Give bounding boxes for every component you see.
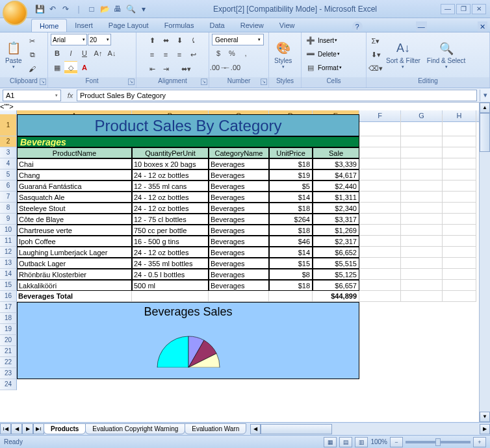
cell[interactable] bbox=[269, 291, 313, 302]
cut-icon[interactable]: ✂ bbox=[26, 35, 39, 48]
row-header-5[interactable]: 5 bbox=[0, 169, 17, 180]
table-cell[interactable]: $14 bbox=[269, 247, 313, 258]
alignment-launcher[interactable]: ↘ bbox=[201, 79, 207, 85]
cell[interactable] bbox=[401, 147, 443, 158]
cell[interactable] bbox=[359, 192, 401, 203]
cell[interactable] bbox=[359, 280, 401, 291]
category-cell[interactable]: Beverages bbox=[17, 136, 359, 147]
row-header-23[interactable]: 23 bbox=[0, 368, 17, 379]
cell[interactable] bbox=[443, 203, 476, 214]
row-header-7[interactable]: 7 bbox=[0, 192, 17, 203]
table-cell[interactable]: 24 - 12 oz bottles bbox=[132, 192, 209, 203]
tab-page-layout[interactable]: Page Layout bbox=[101, 19, 157, 32]
table-cell[interactable]: 12 - 355 ml cans bbox=[132, 180, 209, 192]
table-cell[interactable]: Lakkalikööri bbox=[17, 280, 132, 291]
cell[interactable] bbox=[443, 280, 476, 291]
fx-button[interactable]: fx bbox=[64, 92, 77, 99]
quickprint-icon[interactable]: 🖶 bbox=[112, 3, 123, 15]
tab-nav-prev-icon[interactable]: ◀ bbox=[11, 423, 22, 434]
cell[interactable] bbox=[132, 291, 209, 302]
close-button[interactable]: ✕ bbox=[472, 4, 486, 14]
font-launcher[interactable]: ↘ bbox=[128, 79, 135, 85]
table-cell[interactable]: Chai bbox=[17, 158, 132, 169]
minimize-button[interactable]: — bbox=[441, 4, 455, 14]
table-cell[interactable]: $15 bbox=[269, 258, 313, 269]
align-middle-icon[interactable]: ⬌ bbox=[159, 34, 172, 47]
zoom-in-button[interactable]: + bbox=[473, 437, 486, 447]
font-color-icon[interactable]: A bbox=[78, 61, 91, 74]
table-cell[interactable]: Beverages bbox=[209, 180, 269, 192]
row-header-19[interactable]: 19 bbox=[0, 324, 17, 335]
row-header-2[interactable]: 2 bbox=[0, 136, 17, 147]
cell[interactable] bbox=[401, 291, 443, 302]
table-cell[interactable]: $5 bbox=[269, 180, 313, 192]
row-header-11[interactable]: 11 bbox=[0, 236, 17, 247]
cell[interactable] bbox=[401, 236, 443, 247]
cell[interactable] bbox=[443, 236, 476, 247]
row-header-8[interactable]: 8 bbox=[0, 203, 17, 214]
table-cell[interactable]: $1,311 bbox=[313, 192, 359, 203]
zoom-out-button[interactable]: − bbox=[390, 437, 403, 447]
hscroll-thumb[interactable] bbox=[261, 424, 332, 434]
table-cell[interactable]: Beverages bbox=[209, 280, 269, 291]
underline-button[interactable]: U bbox=[78, 47, 91, 60]
insert-cells-button[interactable]: ➕Insert▾ bbox=[304, 34, 337, 47]
table-cell[interactable]: $264 bbox=[269, 214, 313, 225]
tab-nav-first-icon[interactable]: I◀ bbox=[0, 423, 11, 434]
table-cell[interactable]: Steeleye Stout bbox=[17, 203, 132, 214]
table-cell[interactable]: $6,652 bbox=[313, 247, 359, 258]
tab-review[interactable]: Review bbox=[233, 19, 272, 32]
cell[interactable] bbox=[401, 136, 443, 147]
total-value[interactable]: $44,899 bbox=[313, 291, 359, 302]
align-bottom-icon[interactable]: ⬇ bbox=[173, 34, 186, 47]
cell[interactable] bbox=[401, 180, 443, 192]
table-cell[interactable]: $19 bbox=[269, 169, 313, 180]
clipboard-launcher[interactable]: ↘ bbox=[40, 79, 46, 85]
row-header-4[interactable]: 4 bbox=[0, 158, 17, 169]
cell[interactable] bbox=[401, 247, 443, 258]
sort-filter-button[interactable]: A↓ Sort & Filter▾ bbox=[383, 40, 423, 71]
cell[interactable] bbox=[401, 225, 443, 236]
row-header-14[interactable]: 14 bbox=[0, 269, 17, 280]
tab-home[interactable]: Home bbox=[31, 19, 67, 32]
table-header[interactable]: QuantityPerUnit bbox=[132, 147, 209, 158]
table-cell[interactable]: 24 - 12 oz bottles bbox=[132, 169, 209, 180]
cell[interactable] bbox=[359, 180, 401, 192]
total-label[interactable]: Beverages Total bbox=[17, 291, 132, 302]
table-cell[interactable]: $46 bbox=[269, 236, 313, 247]
orientation-icon[interactable]: ⤹ bbox=[187, 34, 200, 47]
increase-indent-icon[interactable]: ⇥ bbox=[160, 62, 173, 75]
table-cell[interactable]: Beverages bbox=[209, 247, 269, 258]
ribbon-minimize-button[interactable]: — bbox=[416, 21, 427, 32]
grow-font-icon[interactable]: A↑ bbox=[92, 47, 105, 60]
row-header-3[interactable]: 3 bbox=[0, 147, 17, 158]
scroll-up-icon[interactable]: ▲ bbox=[480, 103, 490, 113]
find-select-button[interactable]: 🔍 Find & Select▾ bbox=[424, 40, 468, 71]
title-cell[interactable]: Product Sales By Category bbox=[17, 114, 359, 136]
comma-icon[interactable]: , bbox=[239, 47, 252, 60]
cell[interactable] bbox=[443, 269, 476, 280]
table-cell[interactable]: 16 - 500 g tins bbox=[132, 236, 209, 247]
cell[interactable] bbox=[359, 225, 401, 236]
format-cells-button[interactable]: ▤Format▾ bbox=[304, 61, 342, 74]
table-cell[interactable]: $4,617 bbox=[313, 169, 359, 180]
cell[interactable] bbox=[443, 114, 476, 136]
cell[interactable] bbox=[443, 147, 476, 158]
table-cell[interactable]: 10 boxes x 20 bags bbox=[132, 158, 209, 169]
name-box[interactable]: A1▾ bbox=[3, 90, 61, 101]
page-break-view-button[interactable]: ▥ bbox=[355, 437, 368, 447]
table-cell[interactable]: Beverages bbox=[209, 158, 269, 169]
tab-view[interactable]: View bbox=[272, 19, 303, 32]
table-cell[interactable]: $3,317 bbox=[313, 214, 359, 225]
table-cell[interactable]: $18 bbox=[269, 225, 313, 236]
row-header-22[interactable]: 22 bbox=[0, 357, 17, 368]
table-cell[interactable]: $18 bbox=[269, 158, 313, 169]
cell[interactable] bbox=[359, 158, 401, 169]
redo-icon[interactable]: ↷ bbox=[60, 3, 71, 15]
row-header-20[interactable]: 20 bbox=[0, 335, 17, 346]
office-button[interactable] bbox=[3, 1, 27, 25]
cell[interactable] bbox=[401, 114, 443, 136]
font-size-select[interactable]: 20▾ bbox=[88, 34, 111, 45]
table-cell[interactable]: Beverages bbox=[209, 258, 269, 269]
table-cell[interactable]: $2,340 bbox=[313, 203, 359, 214]
